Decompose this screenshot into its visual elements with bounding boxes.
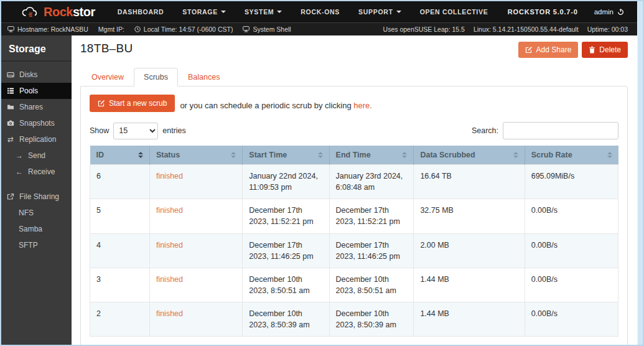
schedule-scrub-link[interactable]: here. bbox=[353, 101, 372, 110]
sidebar-item-label: Pools bbox=[19, 86, 38, 95]
column-header-start-time[interactable]: Start Time bbox=[243, 146, 329, 165]
version-label: ROCKSTOR 5.0.7-0 bbox=[508, 8, 578, 16]
system-shell-item[interactable]: System Shell bbox=[243, 26, 291, 33]
cell-start-time: December 10th 2023, 8:50:39 am bbox=[243, 302, 329, 337]
cell-id: 3 bbox=[90, 268, 150, 302]
uptime-item: Uptime: 00:03 bbox=[587, 26, 628, 33]
cell-data-scrubbed: 2.00 MB bbox=[414, 233, 525, 268]
table-row: 3finishedDecember 10th 2023, 8:50:51 amD… bbox=[90, 268, 618, 302]
column-header-end-time[interactable]: End Time bbox=[329, 146, 414, 165]
schedule-scrub-text: or you can schedule a periodic scrub by … bbox=[180, 101, 372, 112]
sort-icon bbox=[513, 152, 518, 158]
rockstor-logo[interactable]: Rockstor bbox=[21, 5, 95, 19]
sort-icon bbox=[402, 152, 407, 158]
user-menu[interactable]: admin bbox=[594, 8, 624, 16]
column-header-status[interactable]: Status bbox=[149, 146, 242, 165]
tab-scrubs[interactable]: Scrubs bbox=[134, 68, 178, 86]
camera-icon bbox=[6, 119, 15, 127]
menu-item-support[interactable]: SUPPORT bbox=[358, 8, 401, 16]
local-time-item: Local Time: 14:57 (-0600 CST) bbox=[134, 26, 233, 33]
cell-data-scrubbed: 1.44 MB bbox=[414, 302, 525, 337]
kernel-item: Linux: 5.14.21-150500.55.44-default bbox=[474, 26, 579, 33]
table-row: 2finishedDecember 10th 2023, 8:50:39 amD… bbox=[90, 302, 618, 337]
chevron-down-icon bbox=[221, 11, 226, 13]
column-header-scrub-rate[interactable]: Scrub Rate bbox=[525, 146, 618, 165]
sidebar-title: Storage bbox=[1, 35, 72, 62]
table-row: 4finishedDecember 17th 2023, 11:46:25 pm… bbox=[90, 233, 618, 268]
menu-item-storage[interactable]: STORAGE bbox=[182, 8, 226, 16]
status-bar-left: Hostname: RockNASBU Mgmt IP: Local Time:… bbox=[7, 26, 291, 33]
sidebar-item-receive[interactable]: ← Receive bbox=[1, 164, 72, 180]
cell-id: 2 bbox=[90, 302, 150, 337]
power-icon[interactable] bbox=[617, 8, 624, 16]
cell-id: 4 bbox=[90, 233, 150, 268]
cloud-wall-icon bbox=[21, 5, 40, 19]
sidebar-item-snapshots[interactable]: Snapshots bbox=[1, 115, 72, 131]
sidebar-item-label: File Sharing bbox=[19, 192, 59, 201]
sort-icon bbox=[318, 152, 323, 158]
sort-icon bbox=[138, 152, 143, 158]
show-label: Show bbox=[90, 126, 109, 135]
sidebar-item-label: Shares bbox=[19, 103, 43, 111]
tab-overview[interactable]: Overview bbox=[82, 68, 134, 86]
rockstor-app-window: Rockstor DASHBOARD STORAGE SYSTEM ROCK-O… bbox=[0, 0, 644, 346]
sidebar-item-file-sharing[interactable]: File Sharing bbox=[1, 189, 72, 205]
mgmt-ip-item: Mgmt IP: bbox=[98, 26, 124, 33]
sidebar-item-replication[interactable]: ⇄ Replication bbox=[1, 131, 72, 147]
sidebar-item-label: Receive bbox=[28, 167, 55, 176]
brand-text: Rockstor bbox=[44, 5, 95, 19]
cell-data-scrubbed: 16.64 TB bbox=[414, 165, 525, 199]
sidebar-item-send[interactable]: → Send bbox=[1, 147, 72, 164]
main-content: 18TB–BU Add Share Delete bbox=[72, 35, 643, 345]
main-menu: DASHBOARD STORAGE SYSTEM ROCK-ONS SUPPOR… bbox=[118, 8, 488, 16]
pool-tabs: Overview Scrubs Balances bbox=[80, 68, 628, 86]
sidebar-item-pools[interactable]: Pools bbox=[1, 83, 72, 99]
cell-start-time: January 22nd 2024, 11:09:53 pm bbox=[243, 165, 329, 199]
sidebar-item-sftp[interactable]: SFTP bbox=[1, 237, 72, 253]
chevron-down-icon bbox=[396, 11, 401, 13]
menu-item-rock-ons[interactable]: ROCK-ONS bbox=[301, 8, 340, 16]
scrollbar[interactable] bbox=[637, 1, 643, 345]
monitor-icon bbox=[243, 26, 250, 32]
cell-end-time: December 10th 2023, 8:50:39 am bbox=[329, 302, 414, 337]
cell-start-time: December 10th 2023, 8:50:51 am bbox=[243, 268, 329, 302]
cell-status: finished bbox=[149, 233, 242, 268]
sidebar-item-shares[interactable]: Shares bbox=[1, 99, 72, 115]
start-scrub-button[interactable]: Start a new scrub bbox=[90, 95, 175, 112]
cell-status: finished bbox=[149, 268, 242, 302]
status-bar-right: Uses openSUSE Leap: 15.5 Linux: 5.14.21-… bbox=[383, 26, 628, 33]
monitor-icon bbox=[7, 26, 14, 32]
tab-balances[interactable]: Balances bbox=[178, 68, 230, 86]
sidebar-item-disks[interactable]: Disks bbox=[1, 67, 72, 83]
menu-item-dashboard[interactable]: DASHBOARD bbox=[118, 8, 164, 16]
page-size-control: Show 15 entries bbox=[90, 123, 186, 139]
add-share-button[interactable]: Add Share bbox=[518, 42, 579, 58]
cell-scrub-rate: 0.00B/s bbox=[525, 199, 618, 233]
menu-item-open-collective[interactable]: OPEN COLLECTIVE bbox=[420, 8, 488, 16]
table-row: 6finishedJanuary 22nd 2024, 11:09:53 pmJ… bbox=[90, 165, 618, 199]
sidebar-item-label: Samba bbox=[19, 225, 42, 233]
sidebar-item-label: NFS bbox=[19, 208, 34, 217]
search-input[interactable] bbox=[503, 122, 618, 139]
sidebar: Storage Disks Pools bbox=[1, 35, 72, 345]
chevron-down-icon bbox=[277, 11, 282, 13]
os-item: Uses openSUSE Leap: 15.5 bbox=[383, 26, 465, 33]
menu-item-system[interactable]: SYSTEM bbox=[245, 8, 282, 16]
sidebar-item-nfs[interactable]: NFS bbox=[1, 205, 72, 221]
sidebar-item-label: SFTP bbox=[19, 241, 38, 250]
page-size-select[interactable]: 15 bbox=[113, 123, 158, 139]
arrow-right-icon: → bbox=[15, 151, 24, 160]
sidebar-item-label: Disks bbox=[19, 70, 37, 79]
sort-icon bbox=[231, 152, 236, 158]
edit-square-icon bbox=[98, 100, 105, 107]
sidebar-item-samba[interactable]: Samba bbox=[1, 221, 72, 237]
table-row: 5finishedDecember 17th 2023, 11:52:21 pm… bbox=[90, 199, 618, 233]
cell-end-time: January 23rd 2024, 6:08:48 am bbox=[329, 165, 414, 199]
column-header-id[interactable]: ID bbox=[90, 146, 150, 165]
scrub-table-body: 6finishedJanuary 22nd 2024, 11:09:53 pmJ… bbox=[90, 165, 618, 337]
column-header-data-scrubbed[interactable]: Data Scrubbed bbox=[414, 146, 525, 165]
cell-status: finished bbox=[149, 302, 242, 337]
folder-icon bbox=[6, 103, 15, 111]
delete-button[interactable]: Delete bbox=[582, 42, 628, 58]
share-icon bbox=[6, 193, 15, 200]
